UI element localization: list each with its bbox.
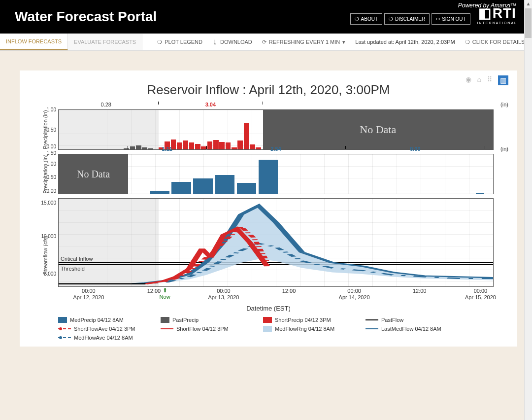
chart-toolbar: ◉ ⌂ ⠿ ▥: [466, 75, 508, 85]
seg-medprecip-2: 2.54: [270, 146, 281, 152]
ytick: 15,000: [41, 200, 56, 206]
seg-shortprecip-total: 3.04: [205, 102, 216, 107]
tab-evaluate-forecasts[interactable]: EVALUATE FORECASTS: [68, 34, 142, 50]
logo-subtext: INTERNATIONAL: [477, 21, 518, 25]
seg-medprecip-3: 0.00: [410, 146, 420, 152]
dot-icon: [59, 336, 62, 339]
xtick-date: Apr 15, 2020: [465, 294, 496, 301]
barchart-icon[interactable]: ▥: [498, 75, 508, 85]
chevron-down-icon: ▾: [342, 39, 345, 45]
last-updated-text: Last updated at: April 12th, 2020, 2:03P…: [350, 34, 460, 50]
panel-med-precip: Precipitation (in) 1.11 2.54 0.00 (in) 0…: [29, 154, 508, 194]
xtick-time: 00:00: [339, 288, 370, 294]
window-scrollbar[interactable]: ▲: [524, 0, 532, 356]
xtick-date: Apr 13, 2020: [208, 294, 239, 301]
ytick: 0.00: [47, 144, 56, 149]
xtick-time: 12:00: [147, 288, 161, 294]
app-title: Water Forecast Portal: [15, 9, 157, 25]
legend-label: PastPrecip: [172, 317, 199, 323]
legend-label: ShortPrecip 04/12 3PM: [275, 317, 331, 323]
about-label: ABOUT: [361, 16, 378, 22]
dot-icon: [59, 327, 62, 330]
download-label: DOWNLOAD: [220, 39, 252, 45]
refresh-dropdown[interactable]: ⟳REFRESHING EVERY 1 MIN ▾: [257, 34, 350, 50]
legend-item[interactable]: MedFlowRng 04/12 8AM: [263, 326, 352, 332]
swatch-icon: [263, 317, 272, 323]
streamflow-lines: [59, 199, 493, 286]
legend-item[interactable]: ShortFlow 04/12 3PM: [161, 326, 249, 332]
app-header: Water Forecast Portal ❍ ABOUT ❍ DISCLAIM…: [0, 0, 532, 34]
line-icon: [366, 328, 378, 329]
ytick: 0.50: [47, 175, 56, 180]
ytick: 1.00: [47, 107, 56, 112]
legend-label: LastMedFlow 04/12 8AM: [381, 326, 441, 332]
line-icon: [366, 319, 378, 320]
plot-legend-button[interactable]: ❍PLOT LEGEND: [152, 34, 207, 50]
plot-p3[interactable]: Critical Inflow Threshold: [58, 198, 494, 287]
legend: MedPrecip 04/12 8AM PastPrecip ShortPrec…: [58, 317, 479, 341]
unit-in-p2: (in): [500, 146, 508, 152]
now-label: Now: [160, 294, 170, 300]
swatch-icon: [58, 317, 67, 323]
legend-label: ShortFlow 04/12 3PM: [176, 326, 229, 332]
info-icon: ❍: [355, 16, 359, 22]
ytick: 1.50: [47, 150, 56, 156]
details-button[interactable]: ❍CLICK FOR DETAILS: [460, 34, 530, 50]
legend-label: MedFlowRng 04/12 8AM: [275, 326, 334, 332]
ytick: 0.00: [47, 188, 56, 194]
legend-label: PastFlow: [381, 317, 403, 323]
legend-item[interactable]: ShortFlowAve 04/12 3PM: [58, 326, 147, 332]
ytick: 10,000: [41, 233, 56, 239]
refresh-label: REFRESHING EVERY 1 MIN: [269, 39, 340, 45]
xtick-time: 12:00: [413, 288, 427, 294]
xtick-time: 00:00: [73, 288, 104, 294]
download-icon: ⭳: [212, 39, 218, 45]
about-button[interactable]: ❍ ABOUT: [350, 13, 382, 25]
plot-p2[interactable]: No Data: [58, 154, 494, 194]
chart-title: Reservoir Inflow : April 12th, 2020, 3:0…: [29, 82, 508, 98]
plot-p1[interactable]: No Data: [58, 109, 494, 150]
legend-label: MedPrecip 04/12 8AM: [70, 317, 124, 323]
unit-in-p1: (in): [500, 102, 508, 107]
scroll-thumb[interactable]: [525, 8, 532, 38]
xtick-date: Apr 12, 2020: [73, 294, 104, 301]
refresh-icon: ⟳: [262, 39, 266, 45]
xtick-time: 00:00: [208, 288, 239, 294]
ytick: 0.50: [47, 127, 56, 133]
plot-legend-label: PLOT LEGEND: [165, 39, 202, 45]
settings-icon[interactable]: ⠿: [487, 75, 492, 85]
legend-item[interactable]: PastPrecip: [161, 317, 249, 323]
xtick-time: 00:00: [465, 288, 496, 294]
past-shade: [59, 110, 159, 149]
legend-item[interactable]: PastFlow: [366, 317, 454, 323]
signout-label: SIGN OUT: [442, 16, 466, 22]
legend-label: MedFlowAve 04/12 8AM: [74, 335, 133, 341]
legend-item[interactable]: ShortPrecip 04/12 3PM: [263, 317, 352, 323]
info-icon: ❍: [157, 39, 162, 45]
legend-item[interactable]: LastMedFlow 04/12 8AM: [366, 326, 454, 332]
seg-medprecip-1: 1.11: [162, 146, 172, 152]
signout-icon: ↦: [436, 16, 440, 22]
disclaimer-label: DISCLAIMER: [395, 16, 425, 22]
camera-icon[interactable]: ◉: [466, 75, 471, 85]
info-icon: ❍: [465, 39, 470, 45]
line-icon: [161, 328, 173, 329]
ytick: 1.00: [47, 161, 56, 167]
x-axis: 00:00Apr 12, 2020 12:00 ⬆Now 00:00Apr 13…: [58, 287, 494, 304]
download-button[interactable]: ⭳DOWNLOAD: [207, 34, 257, 50]
now-arrow-icon: ⬆: [160, 287, 170, 294]
legend-label: ShortFlowAve 04/12 3PM: [74, 326, 135, 332]
scroll-up-icon[interactable]: ▲: [525, 0, 532, 8]
tab-inflow-forecasts[interactable]: INFLOW FORECASTS: [0, 34, 68, 50]
powered-by-text: Powered by Amanzi™: [458, 2, 516, 9]
swatch-icon: [263, 326, 272, 332]
disclaimer-button[interactable]: ❍ DISCLAIMER: [384, 13, 430, 25]
legend-item[interactable]: MedPrecip 04/12 8AM: [58, 317, 147, 323]
home-icon[interactable]: ⌂: [477, 75, 481, 85]
sign-out-button[interactable]: ↦ SIGN OUT: [432, 13, 470, 25]
details-label: CLICK FOR DETAILS: [472, 39, 525, 45]
seg-pastprecip-total: 0.28: [101, 102, 111, 107]
info-icon: ❍: [389, 16, 393, 22]
toolbar: INFLOW FORECASTS EVALUATE FORECASTS ❍PLO…: [0, 34, 532, 51]
legend-item[interactable]: MedFlowAve 04/12 8AM: [58, 335, 147, 341]
